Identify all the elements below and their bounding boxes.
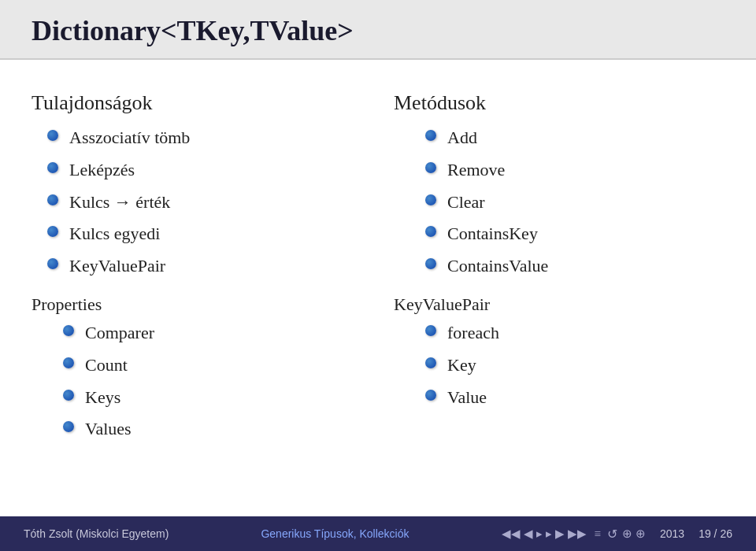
list-item: Keys <box>63 386 362 410</box>
item-text: Keys <box>85 386 120 410</box>
list-item: Clear <box>425 190 724 215</box>
bullet-icon <box>425 325 436 336</box>
bullet-icon <box>425 130 436 141</box>
list-item: Values <box>63 417 362 442</box>
item-text: Values <box>85 417 132 442</box>
bullet-icon <box>47 226 58 237</box>
right-section-title: Metódusok <box>394 91 724 115</box>
list-item: Remove <box>425 158 724 183</box>
item-text: Comparer <box>85 321 154 346</box>
bullet-icon <box>425 357 436 368</box>
slide: Dictionary<TKey,TValue> Tulajdonságok As… <box>0 0 756 551</box>
item-text: Kulcs egyedi <box>69 222 160 246</box>
properties-section: Properties Comparer Count Keys <box>32 294 362 449</box>
item-text: ContainsKey <box>447 222 538 246</box>
bullet-icon <box>47 258 58 269</box>
item-text: KeyValuePair <box>69 254 165 279</box>
search-icon[interactable]: ⊕ <box>636 527 646 541</box>
nav-next-icon[interactable]: ▸ <box>546 527 552 541</box>
left-column: Tulajdonságok Asszociatív tömb Leképzés … <box>32 91 362 501</box>
item-text: Key <box>447 353 476 378</box>
nav-menu-icon[interactable]: ≡ <box>595 527 601 541</box>
list-item: KeyValuePair <box>47 254 362 279</box>
list-item: Comparer <box>63 321 362 346</box>
bullet-icon <box>425 194 436 205</box>
nav-next-group-icon[interactable]: ▶ <box>555 527 565 541</box>
list-item: Asszociatív tömb <box>47 126 362 150</box>
item-text: Count <box>85 353 128 378</box>
list-item: ContainsKey <box>425 222 724 246</box>
methods-list: Add Remove Clear ContainsKey ContainsVal… <box>410 126 724 287</box>
list-item: Value <box>425 386 724 410</box>
nav-last-icon[interactable]: ▶▶ <box>568 527 587 541</box>
properties-title: Properties <box>32 294 362 315</box>
list-item: ContainsValue <box>425 254 724 279</box>
item-text: Remove <box>447 158 505 183</box>
list-item: Kulcs → érték <box>47 190 362 215</box>
list-item: Leképzés <box>47 158 362 183</box>
list-item: Kulcs egyedi <box>47 222 362 246</box>
right-column: Metódusok Add Remove Clear ContainsKey <box>394 91 724 501</box>
refresh-icon[interactable]: ↺ <box>607 527 617 542</box>
keyvaluepair-list: foreach Key Value <box>410 321 724 409</box>
slide-footer: Tóth Zsolt (Miskolci Egyetem) Generikus … <box>0 516 756 551</box>
item-text: Leképzés <box>69 158 135 183</box>
list-item: Count <box>63 353 362 378</box>
bullet-icon <box>47 130 58 141</box>
slide-header: Dictionary<TKey,TValue> <box>0 0 756 60</box>
footer-topic: Generikus Típusok, Kollekciók <box>261 527 409 540</box>
properties-list: Comparer Count Keys Values <box>47 321 362 442</box>
item-text: Asszociatív tömb <box>69 126 190 150</box>
footer-year: 2013 <box>660 527 684 540</box>
list-item: Add <box>425 126 724 150</box>
bullet-icon <box>425 226 436 237</box>
list-item: foreach <box>425 321 724 346</box>
slide-content: Tulajdonságok Asszociatív tömb Leképzés … <box>0 60 756 516</box>
item-text: Add <box>447 126 477 150</box>
bullet-icon <box>425 390 436 401</box>
item-text: Value <box>447 386 487 410</box>
bullet-icon <box>425 162 436 173</box>
zoom-icon[interactable]: ⊕ <box>622 527 632 541</box>
list-item: Key <box>425 353 724 378</box>
item-text: Kulcs → érték <box>69 190 170 215</box>
bullet-icon <box>63 390 74 401</box>
left-section-title: Tulajdonságok <box>32 91 362 115</box>
slide-title: Dictionary<TKey,TValue> <box>32 14 724 47</box>
bullet-icon <box>47 194 58 205</box>
keyvaluepair-section: KeyValuePair foreach Key Value <box>394 294 724 417</box>
bullet-icon <box>47 162 58 173</box>
nav-prev-group-icon[interactable]: ◀ <box>524 527 533 541</box>
footer-author: Tóth Zsolt (Miskolci Egyetem) <box>24 527 169 540</box>
bullet-icon <box>63 325 74 336</box>
nav-first-icon[interactable]: ◀◀ <box>502 527 521 541</box>
footer-nav: ◀◀ ◀ ▸ ▸ ▶ ▶▶ ≡ ↺ ⊕ ⊕ 2013 19 / 26 <box>502 527 732 542</box>
nav-prev-icon[interactable]: ▸ <box>536 527 543 541</box>
item-text: foreach <box>447 321 499 346</box>
footer-page: 19 / 26 <box>699 527 732 540</box>
bullet-icon <box>63 421 74 432</box>
bullet-icon <box>425 258 436 269</box>
keyvaluepair-title: KeyValuePair <box>394 294 724 315</box>
item-text: Clear <box>447 190 485 215</box>
bullet-icon <box>63 357 74 368</box>
item-text: ContainsValue <box>447 254 548 279</box>
